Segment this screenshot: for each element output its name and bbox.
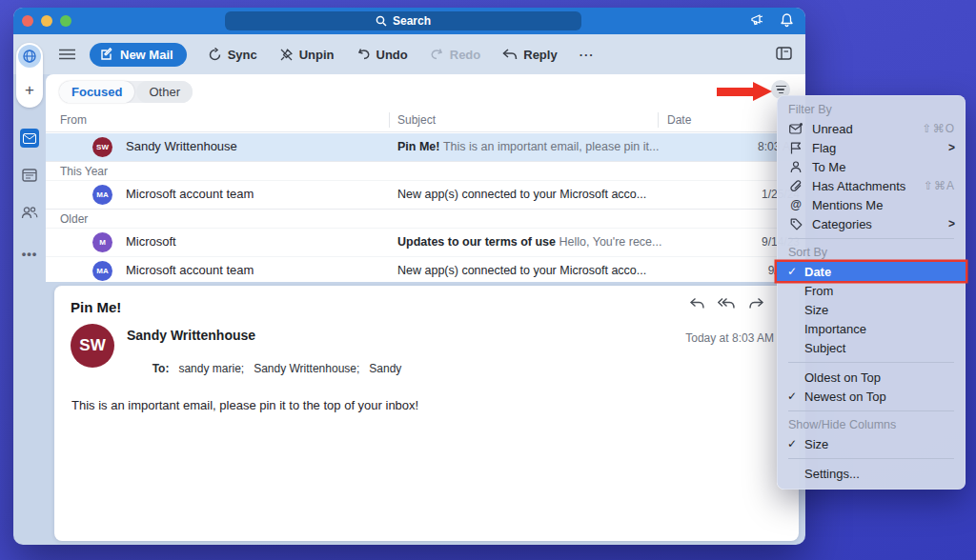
- menu-item-sort-size[interactable]: Size: [777, 300, 966, 319]
- menu-separator: [788, 458, 954, 459]
- person-icon: [787, 161, 804, 173]
- menu-item-sort-subject[interactable]: Subject: [777, 338, 966, 357]
- sender-name: Sandy Writtenhouse: [127, 328, 255, 343]
- reply-message-icon[interactable]: [689, 297, 705, 310]
- menu-item-oldest-on-top[interactable]: Oldest on Top: [777, 368, 966, 387]
- menu-item-to-me[interactable]: To Me: [777, 157, 966, 176]
- undo-icon: [356, 48, 371, 61]
- email-row[interactable]: M Microsoft Updates to our terms of use …: [46, 229, 805, 256]
- titlebar: Search: [13, 8, 805, 34]
- menu-item-mentions-me[interactable]: @ Mentions Me: [777, 195, 966, 214]
- toolbar: New Mail Sync Unpin Undo: [13, 34, 805, 74]
- column-header-subject[interactable]: Subject: [397, 113, 436, 127]
- reply-button[interactable]: Reply: [502, 48, 557, 62]
- checkmark-icon: ✓: [787, 390, 801, 403]
- unpin-button[interactable]: Unpin: [279, 48, 335, 62]
- message-title: Pin Me!: [71, 299, 121, 315]
- checkmark-icon: ✓: [787, 265, 801, 278]
- hamburger-menu-icon[interactable]: [59, 49, 75, 60]
- reply-icon: [502, 49, 518, 61]
- menu-item-has-attachments[interactable]: Has Attachments ⇧⌘A: [777, 176, 966, 195]
- outlook-window: Search New Mail: [13, 8, 805, 545]
- search-input[interactable]: Search: [225, 11, 581, 30]
- more-actions-button[interactable]: ···: [580, 48, 595, 62]
- sidebar-item-people[interactable]: [20, 203, 39, 222]
- message-timestamp: Today at 8:03 AM: [685, 331, 774, 345]
- forward-icon[interactable]: [748, 297, 764, 310]
- reading-pane: Pin Me! SW Sandy Writtenhouse: [54, 286, 799, 541]
- notifications-bell-icon[interactable]: [780, 12, 794, 28]
- tag-icon: [787, 218, 804, 230]
- menu-item-sort-from[interactable]: From: [777, 281, 966, 300]
- to-label: To:: [152, 362, 170, 375]
- globe-icon: [22, 49, 37, 64]
- sidebar-more-apps-button[interactable]: •••: [20, 244, 39, 263]
- recipients: sandy marie; Sandy Writtenhouse; Sandy: [178, 362, 401, 375]
- undo-button[interactable]: Undo: [356, 48, 408, 62]
- add-account-button[interactable]: +: [18, 79, 41, 102]
- calendar-icon: [22, 168, 37, 182]
- mail-icon: [23, 133, 36, 144]
- email-row-pinned[interactable]: SW Sandy Writtenhouse Pin Me! This is an…: [46, 133, 805, 161]
- menu-separator: [788, 362, 954, 363]
- message-body: This is an important email, please pin i…: [71, 398, 418, 412]
- shortcut-label: ⇧⌘O: [923, 122, 955, 135]
- unpin-icon: [279, 48, 294, 62]
- close-window-button[interactable]: [22, 15, 33, 27]
- megaphone-icon[interactable]: [750, 12, 766, 28]
- search-placeholder: Search: [393, 14, 431, 28]
- new-mail-button[interactable]: New Mail: [90, 43, 187, 67]
- account-switcher: +: [16, 43, 43, 108]
- avatar: M: [92, 232, 112, 252]
- shortcut-label: ⇧⌘A: [924, 179, 955, 192]
- redo-label: Redo: [450, 48, 481, 62]
- menu-item-newest-on-top[interactable]: ✓ Newest on Top: [777, 387, 966, 406]
- at-mention-icon: @: [787, 198, 804, 211]
- column-header-from[interactable]: From: [60, 113, 87, 127]
- reply-all-icon[interactable]: [718, 297, 736, 310]
- message-list-pane: Focused Other From Subject Date SW Sandy…: [46, 74, 805, 282]
- menu-item-flag[interactable]: Flag >: [777, 138, 966, 157]
- email-subject: New app(s) connected to your Microsoft a…: [397, 264, 720, 277]
- email-row[interactable]: MA Microsoft account team New app(s) con…: [46, 256, 805, 282]
- people-icon: [21, 206, 38, 219]
- menu-separator: [788, 410, 954, 411]
- window-controls: [22, 15, 71, 27]
- email-subject: Updates to our terms of use Hello, You'r…: [397, 235, 720, 249]
- sidebar-item-mail[interactable]: [20, 129, 39, 148]
- inbox-tabs: Focused Other: [59, 81, 193, 103]
- tab-focused[interactable]: Focused: [59, 81, 134, 103]
- email-subject: New app(s) connected to your Microsoft a…: [397, 188, 720, 201]
- recipients-line: To:sandy marie; Sandy Writtenhouse; Sand…: [127, 349, 401, 389]
- annotation-arrow: [717, 82, 772, 101]
- menu-item-column-size[interactable]: ✓ Size: [777, 434, 966, 453]
- column-header-date[interactable]: Date: [667, 113, 691, 127]
- email-from: Microsoft account team: [126, 187, 254, 201]
- filter-sort-menu: Filter By Unread ⇧⌘O Flag > To Me Has At…: [777, 95, 966, 490]
- menu-item-unread[interactable]: Unread ⇧⌘O: [777, 119, 966, 138]
- paperclip-icon: [787, 180, 804, 192]
- redo-button[interactable]: Redo: [430, 48, 481, 62]
- sidebar-item-calendar[interactable]: [20, 165, 39, 184]
- app-rail: + •••: [13, 34, 46, 545]
- menu-item-categories[interactable]: Categories >: [777, 214, 966, 233]
- account-avatar[interactable]: [18, 45, 41, 68]
- new-mail-label: New Mail: [120, 48, 173, 62]
- email-row[interactable]: MA Microsoft account team New app(s) con…: [46, 181, 805, 209]
- menu-item-sort-importance[interactable]: Importance: [777, 319, 966, 338]
- menu-item-settings[interactable]: Settings...: [777, 464, 966, 483]
- avatar: SW: [92, 137, 112, 157]
- tab-other[interactable]: Other: [136, 81, 193, 103]
- reply-label: Reply: [523, 48, 557, 62]
- sync-button[interactable]: Sync: [208, 48, 257, 62]
- email-from: Sandy Writtenhouse: [126, 139, 237, 153]
- avatar: MA: [92, 261, 112, 281]
- sync-label: Sync: [228, 48, 257, 62]
- reading-pane-toggle-icon[interactable]: [776, 47, 792, 63]
- search-icon: [376, 15, 387, 27]
- undo-label: Undo: [376, 48, 408, 62]
- zoom-window-button[interactable]: [60, 15, 71, 27]
- flag-icon: [787, 142, 804, 154]
- minimize-window-button[interactable]: [41, 15, 52, 27]
- menu-item-sort-date[interactable]: ✓ Date: [777, 262, 966, 281]
